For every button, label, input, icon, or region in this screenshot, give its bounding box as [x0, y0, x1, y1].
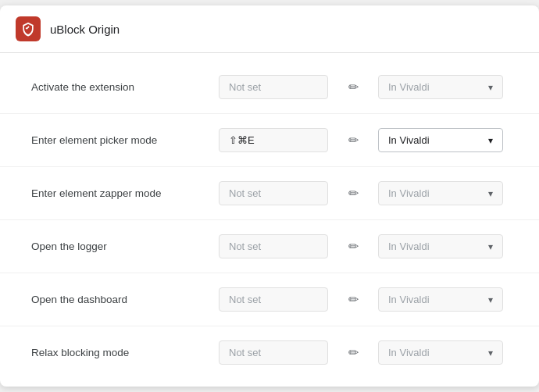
- scope-label-element-picker: In Vivaldi: [388, 134, 430, 146]
- scope-dropdown-activate-extension[interactable]: In Vivaldi▾: [378, 75, 503, 99]
- label-activate-extension: Activate the extension: [31, 81, 203, 93]
- shortcuts-list: Activate the extensionNot set✏In Vivaldi…: [0, 53, 539, 387]
- scope-label-open-logger: In Vivaldi: [388, 241, 430, 252]
- scope-label-relax-blocking: In Vivaldi: [388, 347, 430, 358]
- label-relax-blocking: Relax blocking mode: [31, 347, 203, 358]
- scope-dropdown-open-logger[interactable]: In Vivaldi▾: [378, 234, 503, 258]
- chevron-down-icon: ▾: [488, 135, 493, 146]
- scope-dropdown-relax-blocking[interactable]: In Vivaldi▾: [378, 340, 503, 365]
- edit-icon-open-logger[interactable]: ✏: [344, 239, 362, 254]
- shortcut-row-relax-blocking: Relax blocking modeNot set✏In Vivaldi▾: [0, 326, 539, 379]
- edit-icon-element-picker[interactable]: ✏: [344, 133, 362, 148]
- chevron-down-icon: ▾: [488, 82, 493, 93]
- app-logo: [16, 16, 41, 41]
- shortcut-field-activate-extension[interactable]: Not set: [219, 75, 328, 99]
- chevron-down-icon: ▾: [488, 188, 493, 199]
- shortcut-row-open-logger: Open the loggerNot set✏In Vivaldi▾: [0, 220, 539, 273]
- scope-dropdown-element-picker[interactable]: In Vivaldi▾: [378, 128, 503, 152]
- edit-icon-element-zapper[interactable]: ✏: [344, 186, 362, 201]
- scope-label-open-dashboard: In Vivaldi: [388, 294, 430, 305]
- scope-label-element-zapper: In Vivaldi: [388, 187, 430, 199]
- scope-dropdown-element-zapper[interactable]: In Vivaldi▾: [378, 181, 503, 205]
- shortcut-row-open-dashboard: Open the dashboardNot set✏In Vivaldi▾: [0, 273, 539, 326]
- label-open-dashboard: Open the dashboard: [31, 294, 203, 305]
- shortcut-field-relax-blocking[interactable]: Not set: [219, 340, 328, 365]
- chevron-down-icon: ▾: [488, 294, 493, 305]
- shortcut-row-activate-extension: Activate the extensionNot set✏In Vivaldi…: [0, 61, 539, 114]
- shortcut-row-element-picker: Enter element picker mode⇧⌘E✏In Vivaldi▾: [0, 114, 539, 167]
- chevron-down-icon: ▾: [488, 347, 493, 358]
- label-element-picker: Enter element picker mode: [31, 134, 203, 146]
- edit-icon-open-dashboard[interactable]: ✏: [344, 292, 362, 307]
- edit-icon-relax-blocking[interactable]: ✏: [344, 345, 362, 360]
- edit-icon-activate-extension[interactable]: ✏: [344, 80, 362, 94]
- scope-dropdown-open-dashboard[interactable]: In Vivaldi▾: [378, 287, 503, 312]
- scope-label-activate-extension: In Vivaldi: [388, 81, 430, 93]
- shortcut-field-element-zapper[interactable]: Not set: [219, 181, 328, 205]
- shortcut-field-open-dashboard[interactable]: Not set: [219, 287, 328, 312]
- shortcut-row-element-zapper: Enter element zapper modeNot set✏In Viva…: [0, 167, 539, 220]
- chevron-down-icon: ▾: [488, 241, 493, 252]
- header: uBlock Origin: [0, 5, 539, 53]
- label-open-logger: Open the logger: [31, 241, 203, 252]
- shortcut-field-open-logger[interactable]: Not set: [219, 234, 328, 258]
- app-title: uBlock Origin: [50, 23, 120, 36]
- settings-panel: uBlock Origin Activate the extensionNot …: [0, 5, 539, 387]
- shortcut-field-element-picker[interactable]: ⇧⌘E: [219, 128, 328, 152]
- label-element-zapper: Enter element zapper mode: [31, 187, 203, 199]
